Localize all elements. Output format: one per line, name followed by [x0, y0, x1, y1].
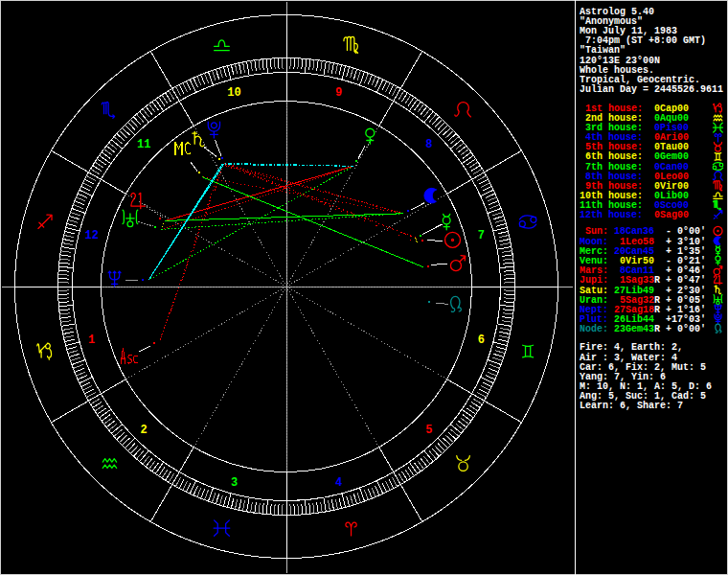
svg-text:Node:: Node: — [580, 324, 608, 334]
svg-text:3: 3 — [231, 476, 238, 490]
svg-text:5: 5 — [425, 424, 432, 437]
svg-text:6: 6 — [478, 334, 485, 347]
svg-text:7: 7 — [478, 229, 485, 242]
svg-text:R: R — [654, 324, 660, 334]
svg-text:9: 9 — [335, 86, 342, 100]
svg-text:10: 10 — [227, 86, 240, 100]
svg-text:2: 2 — [141, 424, 148, 437]
svg-text:+ 0°00': + 0°00' — [666, 324, 706, 334]
svg-text:R: R — [654, 275, 660, 286]
svg-text:8: 8 — [425, 138, 432, 151]
svg-text:Learn: 6, Share: 7: Learn: 6, Share: 7 — [580, 401, 683, 411]
svg-text:0Sag00: 0Sag00 — [654, 210, 689, 220]
svg-text:1: 1 — [88, 334, 95, 347]
svg-text:12th house:: 12th house: — [580, 210, 643, 220]
svg-text:12: 12 — [84, 229, 98, 242]
svg-text:Julian Day = 2445526.9611: Julian Day = 2445526.9611 — [580, 84, 723, 95]
svg-text:11: 11 — [137, 138, 150, 151]
svg-text:R: R — [654, 305, 660, 315]
svg-text:23Gem43: 23Gem43 — [614, 324, 654, 334]
svg-text:4: 4 — [335, 476, 342, 490]
